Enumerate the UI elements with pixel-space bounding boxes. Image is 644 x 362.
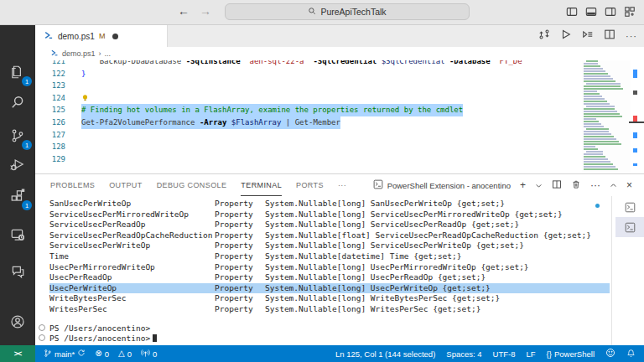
eol-status[interactable]: LF [526,349,535,359]
tab-ports[interactable]: PORTS [296,175,324,195]
remote-indicator[interactable]: >< [0,345,35,362]
terminal-row[interactable]: UsecPerReadOpPropertySystem.Nullable[lon… [49,272,610,283]
command-center[interactable]: PureApiTechTalk [225,3,470,20]
tab-debug-console[interactable]: DEBUG CONSOLE [157,175,227,195]
code-line[interactable]: 123 [35,80,572,92]
sidebar-item-comments[interactable] [7,261,29,282]
close-panel-button[interactable]: × [626,180,632,190]
tab-terminal[interactable]: TERMINAL [241,175,282,196]
branch-icon [44,349,52,359]
split-terminal-button[interactable] [552,178,562,193]
overview-marker [633,90,637,95]
terminal-cursor [153,334,157,342]
code-line[interactable]: 122} [35,68,572,80]
ports-status[interactable]: 0 [141,349,157,359]
code-editor[interactable]: 121 Backup-DbaDatabase -SqlInstance 'aen… [35,60,644,173]
search-icon [10,95,25,110]
tab-output[interactable]: OUTPUT [109,175,142,195]
terminal-row[interactable]: TimePropertySystem.Nullable[datetime] Ti… [49,251,610,262]
line-number: 126 [35,116,65,129]
account-icon [10,314,25,329]
terminal-row[interactable]: UsecPerMirroredWriteOpPropertySystem.Nul… [49,262,610,273]
breadcrumb[interactable]: demo.ps1 › ... [35,47,595,60]
run-selection-button[interactable] [582,28,594,44]
tab-demo-ps1[interactable]: demo.ps1 M [35,25,168,47]
terminal-list-item[interactable] [615,197,644,217]
panel-tabs-more[interactable]: ··· [338,175,346,195]
toggle-panel-icon[interactable] [585,6,597,18]
back-button[interactable]: ← [178,4,190,18]
terminal-sidebar-divider [611,196,612,346]
minimap-line [584,131,609,132]
git-branch-status[interactable]: main* [44,349,86,359]
unsaved-changes-dot[interactable] [112,34,118,39]
run-button[interactable] [560,28,572,44]
terminal-row[interactable]: UsecPerWriteOpPropertySystem.Nullable[lo… [49,283,610,294]
language-mode-status[interactable]: {} PowerShell [547,349,595,359]
vscode-window: ← → PureApiTechTalk 1 1 1 [0,0,644,362]
code-line[interactable]: 126Get-Pfa2VolumePerformance -Array $Fla… [35,116,572,129]
terminal-row[interactable]: ServiceUsecPerReadOpCacheReductionProper… [49,230,610,241]
command-center-label: PureApiTechTalk [320,7,386,17]
errors-status[interactable]: ⊗ 0 [95,349,109,359]
terminal-session-label[interactable]: PowerShell Extension - anocentino [373,179,511,191]
new-terminal-button[interactable]: + [520,180,526,190]
command-decoration-circle[interactable] [39,324,45,331]
breadcrumb-file[interactable]: demo.ps1 [62,49,96,58]
warnings-status[interactable]: △ 0 [118,349,132,359]
breadcrumb-ellipsis[interactable]: ... [105,49,112,58]
warning-icon: △ [118,349,125,358]
indentation-status[interactable]: Spaces: 4 [446,349,481,359]
minimap-line [584,98,605,100]
status-bar: >< main* ⊗ 0 △ 0 0 Ln 125, Col 1 (144 se… [0,345,644,362]
feedback-smiley-icon[interactable] [605,348,615,359]
code-line[interactable]: 127 [35,129,572,142]
split-editor-button[interactable] [604,28,615,44]
code-line[interactable]: 129 [35,153,572,166]
encoding-status[interactable]: UTF-8 [493,349,516,359]
terminal-row[interactable]: ServiceUsecPerReadOpPropertySystem.Nulla… [49,220,610,230]
editor-actions: ··· [538,25,637,47]
command-decoration-circle[interactable] [39,334,45,341]
code-line[interactable]: 121 Backup-DbaDatabase -SqlInstance 'aen… [35,60,572,68]
cursor-position-status[interactable]: Ln 125, Col 1 (144 selected) [335,349,435,359]
terminal-row[interactable]: WriteBytesPerSecPropertySystem.Nullable[… [49,293,610,304]
comments-icon [10,264,25,279]
code-line[interactable]: 128 [35,141,572,153]
sidebar-item-extensions[interactable]: 1 [7,185,29,207]
terminal-row[interactable]: ServiceUsecPerWriteOpPropertySystem.Null… [49,240,610,251]
minimap-slider[interactable] [629,122,644,123]
toggle-secondary-sidebar-icon[interactable] [605,6,616,18]
minimap-line [584,168,618,170]
forward-button[interactable]: → [200,4,211,18]
sidebar-item-source-control[interactable]: 1 [7,125,29,147]
sidebar-item-remote-explorer[interactable] [7,224,29,246]
minimap-line [584,78,613,80]
terminal-output[interactable]: SanUsecPerWriteOpPropertySystem.Nullable… [49,199,610,344]
sidebar-item-search[interactable] [7,91,29,113]
lightbulb-icon[interactable] [81,96,89,104]
terminal-prompt[interactable]: PS /Users/anocentino> [49,323,610,334]
sidebar-item-explorer[interactable]: 1 [7,61,29,83]
kill-terminal-button[interactable] [571,178,581,193]
open-changes-icon[interactable] [538,28,550,44]
code-line[interactable]: 125# Finding hot volumes in a FlashArray… [35,104,572,116]
customize-layout-icon[interactable] [624,6,636,18]
notifications-bell-icon[interactable] [626,349,636,359]
sidebar-item-run-debug[interactable] [7,153,29,175]
panel-more-actions[interactable]: ··· [590,180,600,190]
minimap-line [584,138,616,140]
terminal-row[interactable]: ServiceUsecPerMirroredWriteOpPropertySys… [49,209,610,220]
terminal-row[interactable]: SanUsecPerWriteOpPropertySystem.Nullable… [49,199,610,209]
tab-problems[interactable]: PROBLEMS [50,175,95,195]
code-line[interactable]: 124 [35,92,572,105]
more-actions-button[interactable]: ··· [626,31,637,41]
account-button[interactable] [7,311,29,333]
maximize-panel-chevron-icon[interactable] [610,178,617,193]
toggle-sidebar-icon[interactable] [566,6,578,18]
terminal-row[interactable]: WritesPerSecPropertySystem.Nullable[long… [49,304,610,315]
terminal-dropdown-chevron-icon[interactable] [535,178,543,193]
terminal-list-item-selected[interactable] [615,217,644,237]
terminal-prompt[interactable]: PS /Users/anocentino> [49,334,610,344]
minimap[interactable] [582,60,631,173]
